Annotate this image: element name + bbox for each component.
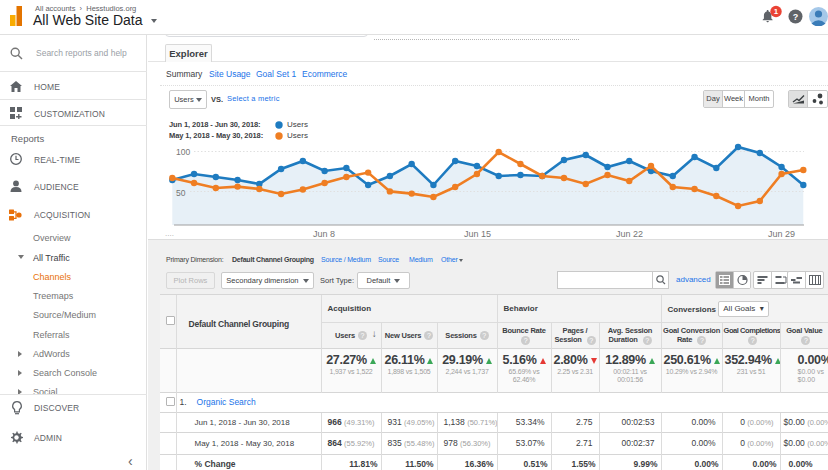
svg-text:1: 1 — [774, 7, 779, 16]
svg-text:?: ? — [793, 12, 799, 22]
